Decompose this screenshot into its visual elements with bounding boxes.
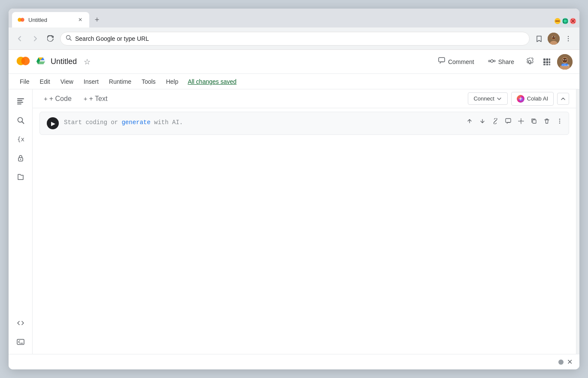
svg-rect-29	[549, 58, 550, 61]
bottom-dot-icon[interactable]	[558, 360, 564, 365]
svg-point-60	[520, 120, 522, 122]
add-text-button[interactable]: + + Text	[79, 93, 112, 104]
svg-text:{x}: {x}	[17, 136, 25, 143]
close-window-button[interactable]	[570, 18, 576, 24]
bookmark-button[interactable]	[533, 33, 545, 45]
svg-rect-32	[549, 61, 550, 63]
bottom-bar: ✕	[9, 354, 579, 369]
browser-tab[interactable]: Untitled ✕	[12, 12, 89, 27]
sidebar-toc-icon[interactable]	[12, 93, 29, 110]
address-bar: Search Google or type URL	[9, 27, 579, 50]
generate-link[interactable]: generate	[121, 119, 150, 126]
svg-point-17	[568, 38, 569, 39]
svg-rect-46	[17, 98, 24, 99]
settings-button[interactable]	[523, 55, 536, 69]
new-tab-button[interactable]: +	[91, 14, 103, 26]
apps-grid-button[interactable]	[540, 55, 554, 69]
url-bar[interactable]: Search Google or type URL	[60, 32, 530, 46]
cell-comment-button[interactable]	[503, 116, 514, 127]
svg-point-18	[568, 40, 569, 41]
notebook-area: + + Code + + Text Connect	[33, 89, 576, 354]
cell-placeholder-before: Start coding or	[64, 119, 121, 126]
address-right-controls	[533, 33, 574, 45]
svg-line-51	[22, 122, 24, 124]
run-cell-button[interactable]: ▶	[47, 117, 59, 129]
svg-point-16	[568, 36, 569, 37]
svg-point-14	[553, 37, 553, 37]
user-avatar[interactable]: COLAB	[557, 54, 573, 70]
colab-ai-label: Colab AI	[527, 95, 548, 102]
colab-ai-sparkle-icon	[517, 95, 524, 103]
svg-point-64	[559, 122, 560, 123]
add-code-button[interactable]: + + Code	[39, 93, 76, 104]
comment-button[interactable]: Comment	[433, 54, 479, 69]
svg-point-1	[21, 18, 24, 22]
play-icon: ▶	[51, 120, 55, 127]
menu-insert[interactable]: Insert	[79, 76, 103, 87]
svg-rect-30	[543, 61, 546, 63]
svg-rect-34	[546, 64, 549, 65]
cell-delete-button[interactable]	[541, 116, 552, 127]
svg-point-22	[491, 60, 493, 62]
menu-view[interactable]: View	[56, 76, 78, 87]
star-button[interactable]: ☆	[82, 55, 92, 68]
svg-rect-61	[533, 120, 536, 123]
sidebar-variables-icon[interactable]: {x}	[12, 131, 29, 148]
svg-rect-28	[546, 58, 549, 61]
chrome-menu-button[interactable]	[562, 33, 574, 45]
svg-rect-35	[549, 64, 550, 65]
bottom-close-button[interactable]: ✕	[567, 358, 573, 366]
cell-toolbar	[464, 116, 565, 127]
tab-close-button[interactable]: ✕	[76, 16, 84, 24]
cell-copy-button[interactable]	[528, 116, 540, 127]
toolbar-right: Connect Colab AI	[468, 92, 569, 106]
menu-tools[interactable]: Tools	[137, 76, 160, 87]
svg-rect-27	[543, 58, 546, 61]
svg-text:COLAB: COLAB	[562, 64, 570, 67]
all-changes-saved-status[interactable]: All changes saved	[184, 76, 240, 87]
share-label: Share	[498, 58, 514, 65]
cell-more-button[interactable]	[554, 116, 565, 127]
chrome-profile-avatar[interactable]	[548, 33, 560, 45]
tab-favicon	[17, 16, 25, 24]
topbar-right: Comment Share	[433, 54, 573, 70]
minimize-button[interactable]	[555, 18, 561, 24]
url-text: Search Google or type URL	[75, 35, 524, 42]
sidebar-secrets-icon[interactable]	[12, 149, 29, 167]
svg-rect-31	[546, 61, 549, 63]
cell-link-button[interactable]	[490, 116, 501, 127]
doc-title[interactable]: Untitled	[51, 57, 77, 66]
menu-edit[interactable]: Edit	[36, 76, 55, 87]
google-drive-icon[interactable]	[36, 56, 45, 67]
colab-ai-button[interactable]: Colab AI	[511, 92, 554, 106]
scrollbar[interactable]	[576, 89, 579, 354]
svg-rect-48	[17, 102, 23, 103]
colab-logo[interactable]	[15, 53, 31, 70]
sidebar-files-icon[interactable]	[12, 168, 29, 186]
collapse-button[interactable]	[557, 93, 569, 105]
code-cell[interactable]: ▶ Start coding or generate with AI.	[39, 112, 569, 135]
maximize-button[interactable]	[562, 18, 568, 24]
svg-line-58	[494, 120, 496, 122]
sidebar-code-snippets-icon[interactable]	[12, 314, 29, 332]
back-button[interactable]	[14, 33, 26, 45]
menu-file[interactable]: File	[15, 76, 34, 87]
menu-runtime[interactable]: Runtime	[105, 76, 136, 87]
main-content: {x} + + Code	[9, 89, 579, 354]
forward-button[interactable]	[29, 33, 41, 45]
reload-button[interactable]	[45, 33, 57, 45]
cell-move-down-button[interactable]	[477, 116, 488, 127]
connect-button[interactable]: Connect	[468, 92, 507, 105]
add-code-label: + Code	[49, 95, 72, 103]
svg-rect-49	[17, 104, 21, 104]
cell-settings-button[interactable]	[515, 116, 527, 127]
share-button[interactable]: Share	[483, 55, 519, 69]
sidebar-terminal-icon[interactable]	[12, 333, 29, 351]
sidebar-search-icon[interactable]	[12, 112, 29, 129]
notebook-toolbar: + + Code + + Text Connect	[33, 89, 576, 108]
cells-area: ▶ Start coding or generate with AI.	[33, 108, 576, 354]
svg-point-41	[564, 59, 564, 60]
svg-rect-3	[564, 19, 567, 23]
menu-help[interactable]: Help	[162, 76, 183, 87]
cell-move-up-button[interactable]	[464, 116, 475, 127]
